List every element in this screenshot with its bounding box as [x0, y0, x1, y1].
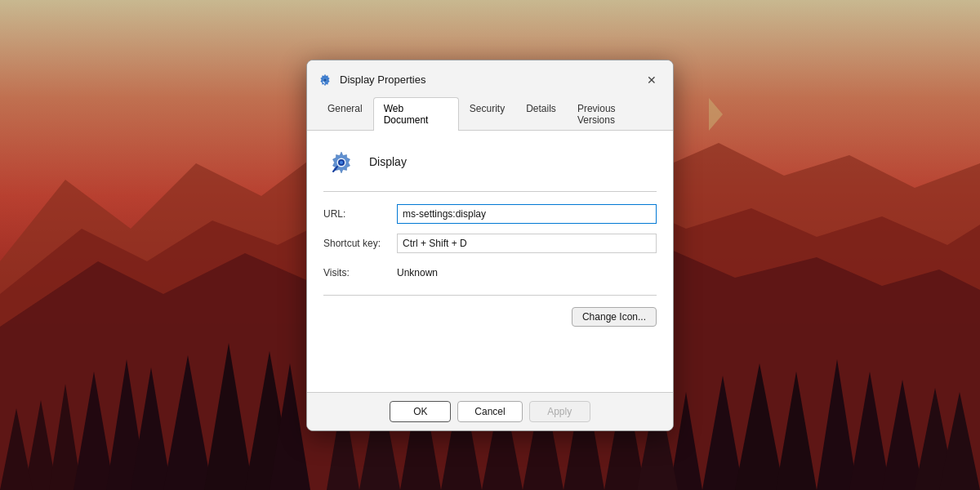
item-header: Display — [323, 144, 657, 180]
apply-button: Apply — [529, 401, 590, 422]
shortcut-key-label: Shortcut key: — [323, 238, 397, 249]
change-icon-button[interactable]: Change Icon... — [572, 307, 657, 327]
svg-point-38 — [340, 161, 343, 164]
item-title: Display — [369, 155, 407, 168]
url-label: URL: — [323, 208, 397, 220]
item-icon-container — [323, 144, 359, 180]
title-bar-left: Display Properties — [317, 72, 426, 88]
dialog-title: Display Properties — [340, 74, 426, 86]
tab-previous-versions[interactable]: Previous Versions — [567, 97, 663, 131]
ok-button[interactable]: OK — [390, 401, 451, 422]
svg-point-35 — [323, 78, 327, 82]
title-bar: Display Properties ✕ — [307, 60, 673, 91]
url-row: URL: — [323, 203, 657, 225]
close-button[interactable]: ✕ — [640, 69, 663, 91]
properties-dialog: Display Properties ✕ General Web Documen… — [306, 60, 674, 431]
visits-row: Visits: Unknown — [323, 262, 657, 283]
tab-general[interactable]: General — [317, 97, 373, 131]
visits-label: Visits: — [323, 267, 397, 278]
display-settings-icon — [325, 145, 358, 178]
tab-web-document[interactable]: Web Document — [373, 97, 459, 131]
tab-details[interactable]: Details — [515, 97, 567, 131]
tab-bar: General Web Document Security Details Pr… — [307, 91, 673, 131]
header-divider — [323, 191, 657, 192]
gear-icon — [318, 73, 332, 87]
dialog-footer: OK Cancel Apply — [307, 392, 673, 430]
dialog-overlay: Display Properties ✕ General Web Documen… — [0, 0, 980, 490]
body-divider — [323, 295, 657, 296]
settings-title-icon — [317, 72, 333, 88]
shortcut-key-input[interactable] — [397, 234, 657, 253]
tab-security[interactable]: Security — [459, 97, 515, 131]
cancel-button[interactable]: Cancel — [457, 401, 522, 422]
dialog-body: Display URL: Shortcut key: Visits: Unkno… — [307, 131, 673, 392]
visits-value: Unknown — [397, 267, 657, 278]
url-input[interactable] — [397, 204, 657, 224]
change-icon-row: Change Icon... — [323, 307, 657, 327]
shortcut-key-row: Shortcut key: — [323, 233, 657, 254]
